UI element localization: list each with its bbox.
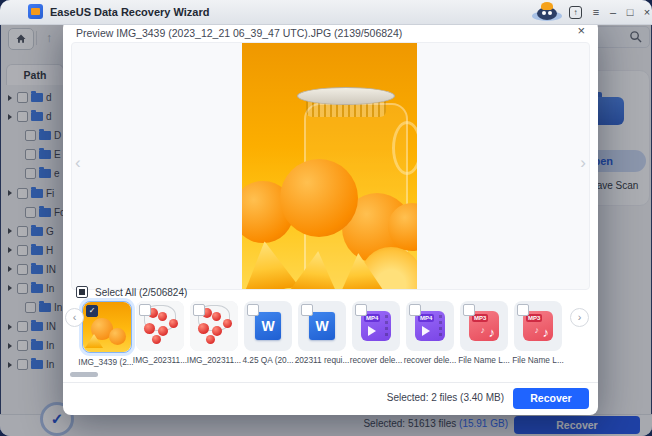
preview-area: ‹ › [71, 42, 590, 290]
mascot-eye [548, 11, 552, 15]
thumbnail-checkbox[interactable] [247, 304, 259, 316]
mascot-hat [541, 2, 553, 10]
thumbnail-box[interactable]: MP4 [406, 301, 454, 351]
thumbnail-label: IMG_202311... [132, 355, 188, 365]
thumbnail-box[interactable]: MP3♪♪ [514, 301, 562, 351]
thumbnail-label: File Name L... [510, 355, 566, 365]
music-note-icon: ♪ [543, 325, 550, 340]
assistant-mascot-icon[interactable] [532, 2, 562, 22]
thumbnail-tile[interactable]: ✓ IMG_3439 (2... [82, 301, 130, 367]
thumbnail-box[interactable]: ✓ [82, 301, 132, 353]
thumbnail-checkbox[interactable] [517, 304, 529, 316]
thumbnail-tile[interactable]: MP4 recover dele... [406, 301, 454, 367]
word-file-icon: W [309, 312, 335, 340]
recover-button-modal[interactable]: Recover [513, 388, 589, 409]
thumbnail-checkbox[interactable] [463, 304, 475, 316]
upgrade-icon[interactable]: ↑ [569, 6, 582, 19]
filmstrip-prev-button[interactable]: ‹ [65, 308, 84, 327]
select-all-label: Select All (2/506824) [95, 287, 187, 298]
tomato-photo-shape [158, 326, 168, 336]
mascot-eye [542, 11, 546, 15]
app-window: EaseUS Data Recovery Wizard ↑ ≡ – □ × ↑ … [0, 0, 652, 436]
tomato-photo-shape [212, 312, 221, 321]
thumbnail-tile[interactable]: W 202311 requi... [298, 301, 346, 367]
word-file-icon: W [255, 312, 281, 340]
tomato-photo-shape [158, 312, 167, 321]
filmstrip-holes [439, 315, 442, 337]
app-logo-icon [28, 4, 43, 19]
close-button[interactable]: × [639, 0, 652, 24]
thumbnail-tile[interactable]: MP3♪♪ File Name L... [460, 301, 508, 367]
tomato-photo-shape [223, 319, 232, 328]
play-icon [422, 326, 430, 336]
maximize-button[interactable]: □ [622, 0, 638, 24]
thumbnail-box[interactable]: MP4 [352, 301, 400, 351]
photo-jar-lid [297, 87, 395, 105]
music-note-icon: ♪ [535, 325, 540, 335]
thumbnail-tile[interactable]: MP4 recover dele... [352, 301, 400, 367]
tomato-photo-shape [152, 335, 161, 344]
play-icon [368, 326, 376, 336]
preview-next-button[interactable]: › [580, 153, 586, 173]
orange-photo-shape [109, 328, 126, 345]
photo-orange [280, 159, 358, 237]
thumbnail-tile[interactable]: MP3♪♪ File Name L... [514, 301, 562, 367]
preview-prev-button[interactable]: ‹ [75, 153, 81, 173]
thumbnail-tile[interactable]: IMG_202311... [190, 301, 238, 367]
thumbnail-box[interactable]: W [298, 301, 346, 351]
thumbnail-box[interactable]: W [244, 301, 292, 351]
thumbnail-label: 4.25 QA (20... [240, 355, 296, 365]
menu-icon[interactable]: ≡ [588, 0, 604, 24]
title-bar: EaseUS Data Recovery Wizard ↑ ≡ – □ × [0, 0, 652, 25]
tomato-photo-shape [198, 323, 209, 334]
filmstrip-holes [385, 315, 388, 337]
preview-dialog: Preview IMG_3439 (2023_12_21 06_39_47 UT… [63, 20, 598, 415]
minimize-button[interactable]: – [605, 0, 621, 24]
thumbnail-checkbox[interactable] [409, 304, 421, 316]
preview-image [242, 43, 417, 289]
music-note-icon: ♪ [481, 325, 486, 335]
tomato-photo-shape [144, 323, 155, 334]
thumbnail-checkbox[interactable] [355, 304, 367, 316]
thumbnail-checkbox[interactable] [301, 304, 313, 316]
tomato-photo-shape [169, 319, 178, 328]
dialog-close-icon[interactable]: × [577, 23, 585, 38]
tomato-photo-shape [206, 335, 215, 344]
select-all-row: Select All (2/506824) [76, 286, 187, 298]
thumbnail-label: IMG_3439 (2... [78, 357, 134, 367]
modal-selected-text: Selected: 2 files (3.40 MB) [387, 392, 504, 403]
thumbnail-box[interactable] [136, 301, 184, 351]
filmstrip-scrollbar[interactable] [70, 372, 98, 377]
footer-divider [63, 382, 598, 383]
thumbnail-label: IMG_202311... [186, 355, 242, 365]
thumbnail-box[interactable] [190, 301, 238, 351]
thumbnail-label: recover dele... [348, 355, 404, 365]
filmstrip-next-button[interactable]: › [570, 308, 589, 327]
photo-jar-handle [392, 121, 417, 175]
preview-dialog-title: Preview IMG_3439 (2023_12_21 06_39_47 UT… [76, 27, 402, 39]
filmstrip-tiles: ✓ IMG_3439 (2... IMG_202311... IMG_20231… [82, 301, 562, 367]
thumbnail-box[interactable]: MP3♪♪ [460, 301, 508, 351]
thumbnail-label: 202311 requi... [294, 355, 350, 365]
thumbnail-label: recover dele... [402, 355, 458, 365]
thumbnail-checkbox[interactable] [139, 304, 151, 316]
thumbnail-checkbox[interactable]: ✓ [86, 305, 98, 317]
thumbnail-tile[interactable]: W 4.25 QA (20... [244, 301, 292, 367]
photo-orange-wedge [242, 237, 299, 289]
tomato-photo-shape [212, 326, 222, 336]
thumbnail-tile[interactable]: IMG_202311... [136, 301, 184, 367]
app-title: EaseUS Data Recovery Wizard [50, 0, 209, 24]
select-all-checkbox[interactable] [76, 286, 88, 298]
thumbnail-checkbox[interactable] [193, 304, 205, 316]
thumbnail-label: File Name L... [456, 355, 512, 365]
music-note-icon: ♪ [489, 325, 496, 340]
